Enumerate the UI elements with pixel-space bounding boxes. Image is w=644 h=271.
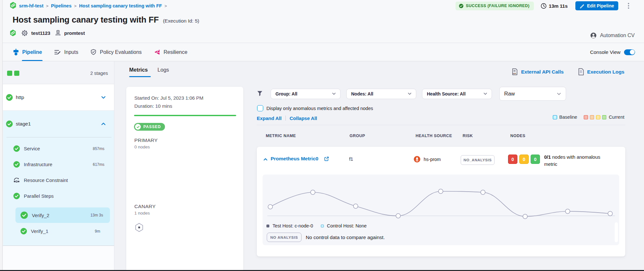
- step-row-resource constraint[interactable]: Resource Constraint: [3, 172, 114, 188]
- external-link-icon[interactable]: [324, 156, 329, 162]
- health-source-cell: hs-prom: [414, 156, 441, 163]
- tab-label: Inputs: [64, 49, 78, 55]
- filter-funnel-icon[interactable]: [257, 91, 263, 97]
- console-tab-logs[interactable]: Logs: [158, 67, 169, 77]
- started-on-label: Started On: Jul 5, 2023 1:06 PM: [134, 95, 203, 101]
- breadcrumb-item[interactable]: Pipelines: [51, 3, 72, 8]
- node-count-chip-green: 0: [531, 155, 540, 164]
- collapse-all-link[interactable]: Collapse All: [290, 115, 317, 121]
- filter-dropdown-health-source[interactable]: Health Source: All: [422, 89, 492, 99]
- current-legend-swatch: [584, 115, 588, 119]
- tab-policy-evaluations[interactable]: Policy Evaluations: [91, 43, 142, 61]
- primary-nodes-label: 0 nodes: [134, 145, 150, 149]
- srm-module-icon: [10, 2, 16, 10]
- chart-scrollbar[interactable]: [615, 222, 618, 242]
- execution-logs-link[interactable]: Execution Logs: [578, 68, 624, 75]
- primary-group-label: PRIMARY: [134, 137, 158, 143]
- step-name: Resource Constraint: [24, 177, 68, 183]
- filter-dropdown-nodes[interactable]: Nodes: All: [346, 89, 416, 99]
- filter-dropdown-group[interactable]: Group: All: [271, 89, 341, 99]
- step-row-infrastructure[interactable]: Infrastructure617ms: [3, 156, 114, 172]
- no-analysis-badge: NO ANALYSIS: [267, 233, 302, 242]
- pipeline-meta-row: test1123 promtest: [10, 29, 85, 36]
- service-name-label: promtest: [64, 30, 85, 36]
- node-count-chip-yellow: 0: [519, 155, 529, 164]
- tab-label: Pipeline: [22, 49, 42, 55]
- console-tab-metrics[interactable]: Metrics: [129, 67, 148, 77]
- current-legend-swatch: [596, 115, 600, 119]
- stage-section-stage1: stage1 Service857msInfrastructure617msRe…: [3, 111, 114, 246]
- breadcrumb-item[interactable]: Host sampling canary testing with FF: [79, 3, 162, 8]
- node-count-chip-red: 0: [508, 155, 517, 164]
- main-tabbar: PipelineInputsPolicy EvaluationsResilien…: [0, 43, 644, 61]
- chevron-up-icon[interactable]: [263, 156, 268, 162]
- step-duration: 857ms: [93, 146, 104, 151]
- anomalous-checkbox[interactable]: [257, 105, 263, 111]
- nodes-summary: 0/1 nodes with anomalous metric: [544, 154, 609, 167]
- expand-collapse-row: Expand All Collapse All: [257, 115, 317, 122]
- step-row-parallel steps[interactable]: Parallel Steps: [3, 188, 114, 204]
- execution-stages-sidebar: 2 stages http stage1 Service857msInfrast…: [3, 61, 114, 270]
- expand-all-link[interactable]: Expand All: [257, 115, 282, 121]
- gear-icon: [22, 30, 28, 36]
- stage-counter: 2 stages: [3, 61, 114, 84]
- svg-text:API: API: [513, 72, 516, 75]
- doc-icon: [578, 68, 584, 75]
- canary-node-hexagon-icon[interactable]: [134, 223, 144, 234]
- metric-row-card: Prometheus Metric0 f1 hs-prom NO_ANALYSI…: [257, 147, 625, 256]
- user-avatar-icon: [590, 32, 597, 39]
- pipeline-execution-screen: srm-hf-test>Pipelines>Host sampling cana…: [0, 0, 644, 271]
- current-legend-swatch: [590, 115, 594, 119]
- step-name: Service: [24, 146, 40, 151]
- main-tabs: PipelineInputsPolicy EvaluationsResilien…: [13, 43, 187, 61]
- node-count-chips: 000: [508, 155, 540, 164]
- table-divider: [257, 125, 625, 125]
- console-view-toggle[interactable]: [624, 49, 635, 55]
- test-host-swatch: [266, 225, 269, 227]
- canary-group-label: CANARY: [134, 204, 156, 209]
- tab-resilience[interactable]: Resilience: [154, 43, 187, 61]
- step-name: Verify_2: [32, 213, 49, 218]
- metric-chart-panel: Test Host: c-node-0Control Host: None NO…: [263, 175, 619, 245]
- raw-select[interactable]: Raw: [499, 87, 566, 101]
- risk-legend: Baseline Current: [553, 115, 624, 120]
- stage-count-label: 2 stages: [90, 71, 108, 76]
- column-header-health-source: HEALTH SOURCE: [416, 134, 452, 138]
- breadcrumb-item[interactable]: srm-hf-test: [19, 3, 43, 8]
- title-row: Host sampling canary testing with FF (Ex…: [13, 15, 199, 25]
- chevron-down-icon: [407, 91, 412, 96]
- success-check-icon: [6, 94, 13, 101]
- stage-row-stage1[interactable]: stage1: [3, 111, 114, 137]
- stage-square-icon[interactable]: [14, 71, 19, 76]
- console-column: MetricsLogs Started On: Jul 5, 2023 1:06…: [115, 61, 246, 270]
- step-name: Parallel Steps: [24, 193, 54, 199]
- console-view-label: Console View: [590, 49, 621, 55]
- chevron-up-icon[interactable]: [101, 121, 106, 128]
- execution-duration: 13m 11s: [541, 3, 568, 9]
- metric-group-value: f1: [349, 156, 353, 162]
- stage-square-icon[interactable]: [7, 71, 12, 76]
- tab-inputs[interactable]: Inputs: [54, 43, 78, 61]
- anomalous-checkbox-label[interactable]: Display only anomalous metrics and affec…: [266, 106, 373, 111]
- step-row-service[interactable]: Service857ms: [3, 141, 114, 156]
- step-row-verify_1[interactable]: Verify_19m: [3, 223, 114, 239]
- passed-badge: PASSED: [134, 123, 165, 131]
- step-duration: 13m 3s: [91, 213, 103, 217]
- dropdown-value: Group: All: [275, 91, 297, 96]
- step-row-verify_2[interactable]: Verify_213m 3s: [15, 207, 110, 223]
- more-options-menu[interactable]: [626, 1, 631, 10]
- external-api-calls-link[interactable]: API External API Calls: [511, 68, 564, 75]
- stage-name: stage1: [16, 121, 31, 127]
- step-duration: 617ms: [93, 162, 104, 167]
- no-analysis-row: NO ANALYSIS No control data to compare a…: [267, 233, 385, 242]
- metric-name-link[interactable]: Prometheus Metric0: [271, 156, 318, 162]
- canary-nodes-label: 1 nodes: [134, 211, 150, 216]
- tab-pipeline[interactable]: Pipeline: [13, 43, 42, 61]
- chart-legend: Test Host: c-node-0Control Host: None: [266, 223, 374, 228]
- tab-label: Policy Evaluations: [100, 49, 142, 55]
- edit-pipeline-button[interactable]: Edit Pipeline: [575, 1, 618, 10]
- stage-row-http[interactable]: http: [3, 84, 114, 111]
- chevron-down-icon[interactable]: [101, 95, 106, 102]
- breadcrumb-separator: >: [165, 3, 167, 8]
- steps-list: Service857msInfrastructure617msResource …: [3, 137, 114, 246]
